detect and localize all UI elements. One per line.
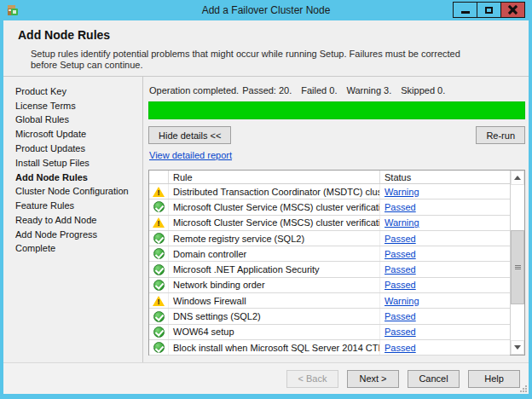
back-button[interactable]: < Back bbox=[286, 370, 338, 388]
table-header: Rule Status bbox=[149, 171, 510, 184]
passed-icon bbox=[153, 233, 165, 244]
passed-icon bbox=[153, 201, 165, 212]
status-link[interactable]: Passed bbox=[385, 311, 416, 321]
table-row: Network binding order Passed bbox=[149, 278, 510, 293]
rule-cell: Microsoft Cluster Service (MSCS) cluster… bbox=[169, 200, 380, 214]
page-header: Add Node Rules Setup rules identify pote… bbox=[3, 20, 529, 77]
rules-table: Rule Status Distributed Transaction Coor… bbox=[148, 170, 525, 356]
status-failed: Failed 0. bbox=[301, 85, 337, 95]
wizard-window: Add a Failover Cluster Node Add Node Rul… bbox=[0, 0, 532, 399]
rule-cell: WOW64 setup bbox=[169, 325, 380, 339]
icon-column-header bbox=[149, 171, 169, 183]
view-detailed-report-link[interactable]: View detailed report bbox=[149, 150, 232, 160]
title-bar[interactable]: Add a Failover Cluster Node bbox=[0, 0, 532, 20]
table-row: Domain controller Passed bbox=[149, 246, 510, 262]
chevron-up-icon bbox=[514, 176, 521, 180]
status-skipped: Skipped 0. bbox=[401, 85, 445, 95]
sidebar-item-add-node-progress: Add Node Progress bbox=[3, 228, 142, 242]
table-row: Block install when Microsoft SQL Server … bbox=[149, 340, 510, 356]
status-link[interactable]: Warning bbox=[385, 296, 419, 306]
rerun-button[interactable]: Re-run bbox=[476, 126, 525, 144]
status-link[interactable]: Warning bbox=[385, 187, 419, 197]
rule-cell: Domain controller bbox=[169, 246, 380, 261]
warning-icon bbox=[153, 187, 165, 197]
status-link[interactable]: Passed bbox=[385, 343, 416, 353]
sidebar-item-install-setup-files: Install Setup Files bbox=[3, 156, 142, 171]
rule-cell: Distributed Transaction Coordinator (MSD… bbox=[169, 184, 380, 199]
resize-grip[interactable] bbox=[520, 385, 527, 392]
help-button[interactable]: Help bbox=[468, 370, 520, 388]
sidebar-item-complete: Complete bbox=[3, 242, 142, 257]
page-title: Add Node Rules bbox=[18, 28, 512, 42]
sidebar-item-microsoft-update: Microsoft Update bbox=[3, 127, 142, 142]
table-row: Microsoft Cluster Service (MSCS) cluster… bbox=[149, 216, 510, 231]
rule-cell: Microsoft Cluster Service (MSCS) cluster… bbox=[169, 216, 380, 230]
table-row: DNS settings (SQL2) Passed bbox=[149, 309, 510, 324]
status-link[interactable]: Passed bbox=[385, 202, 416, 212]
sidebar-item-global-rules: Global Rules bbox=[3, 113, 142, 128]
maximize-button[interactable] bbox=[477, 2, 501, 18]
progress-bar bbox=[148, 101, 525, 119]
passed-icon bbox=[153, 342, 165, 353]
operation-status-text: Operation completed.Passed: 20.Failed 0.… bbox=[149, 85, 525, 95]
next-button[interactable]: Next > bbox=[347, 370, 399, 388]
status-passed: Passed: 20. bbox=[242, 85, 292, 95]
warning-icon bbox=[153, 217, 165, 228]
status-link[interactable]: Passed bbox=[385, 280, 416, 290]
rule-cell: Windows Firewall bbox=[169, 293, 380, 308]
status-link[interactable]: Passed bbox=[385, 249, 416, 259]
sidebar-item-product-key: Product Key bbox=[3, 84, 142, 99]
table-row: Microsoft Cluster Service (MSCS) cluster… bbox=[149, 200, 510, 215]
sidebar-item-cluster-node-configuration: Cluster Node Configuration bbox=[3, 184, 142, 199]
table-row: Windows Firewall Warning bbox=[149, 293, 510, 309]
scrollbar-thumb[interactable] bbox=[511, 230, 524, 304]
close-button[interactable] bbox=[500, 2, 525, 18]
status-warning: Warning 3. bbox=[346, 85, 391, 95]
passed-icon bbox=[153, 264, 165, 275]
passed-icon bbox=[153, 327, 165, 338]
close-icon bbox=[508, 5, 518, 14]
rule-cell: Remote registry service (SQL2) bbox=[169, 231, 380, 246]
rule-cell: Block install when Microsoft SQL Server … bbox=[169, 340, 380, 355]
grip-icon bbox=[515, 265, 521, 269]
table-row: WOW64 setup Passed bbox=[149, 325, 510, 340]
status-link[interactable]: Passed bbox=[385, 234, 416, 244]
hide-details-button[interactable]: Hide details << bbox=[148, 126, 231, 144]
scroll-up-button[interactable] bbox=[511, 171, 524, 185]
table-row: Microsoft .NET Application Security Pass… bbox=[149, 262, 510, 277]
sidebar-item-product-updates: Product Updates bbox=[3, 142, 142, 156]
window-body: Add Node Rules Setup rules identify pote… bbox=[3, 20, 529, 394]
cancel-button[interactable]: Cancel bbox=[408, 370, 460, 388]
chevron-down-icon bbox=[514, 345, 521, 350]
sidebar-item-ready-to-add-node: Ready to Add Node bbox=[3, 213, 142, 228]
minimize-button[interactable] bbox=[453, 2, 477, 18]
table-row: Remote registry service (SQL2) Passed bbox=[149, 231, 510, 246]
sidebar-item-add-node-rules: Add Node Rules bbox=[3, 171, 142, 185]
warning-icon bbox=[153, 296, 165, 306]
status-operation: Operation completed. bbox=[149, 85, 239, 95]
sidebar-item-license-terms: License Terms bbox=[3, 99, 142, 113]
scroll-down-button[interactable] bbox=[511, 340, 524, 355]
table-scrollbar[interactable] bbox=[510, 171, 524, 355]
page-description: Setup rules identify potential problems … bbox=[31, 49, 467, 71]
minimize-icon bbox=[461, 11, 470, 14]
rule-cell: Network binding order bbox=[169, 278, 380, 292]
passed-icon bbox=[153, 280, 165, 291]
rule-cell: Microsoft .NET Application Security bbox=[169, 262, 380, 276]
rule-cell: DNS settings (SQL2) bbox=[169, 309, 380, 323]
rule-column-header[interactable]: Rule bbox=[169, 171, 380, 183]
passed-icon bbox=[153, 311, 165, 322]
wizard-steps-sidebar: Product Key License Terms Global Rules M… bbox=[3, 77, 143, 362]
scrollbar-track[interactable] bbox=[511, 185, 524, 340]
sidebar-item-feature-rules: Feature Rules bbox=[3, 199, 142, 213]
status-link[interactable]: Warning bbox=[385, 217, 419, 228]
status-link[interactable]: Passed bbox=[385, 264, 416, 275]
maximize-icon bbox=[485, 7, 493, 14]
wizard-footer: < Back Next > Cancel Help bbox=[3, 362, 529, 394]
status-column-header[interactable]: Status bbox=[380, 171, 510, 183]
status-link[interactable]: Passed bbox=[385, 327, 416, 337]
main-content: Operation completed.Passed: 20.Failed 0.… bbox=[143, 77, 529, 362]
passed-icon bbox=[153, 248, 165, 259]
table-row: Distributed Transaction Coordinator (MSD… bbox=[149, 184, 510, 200]
